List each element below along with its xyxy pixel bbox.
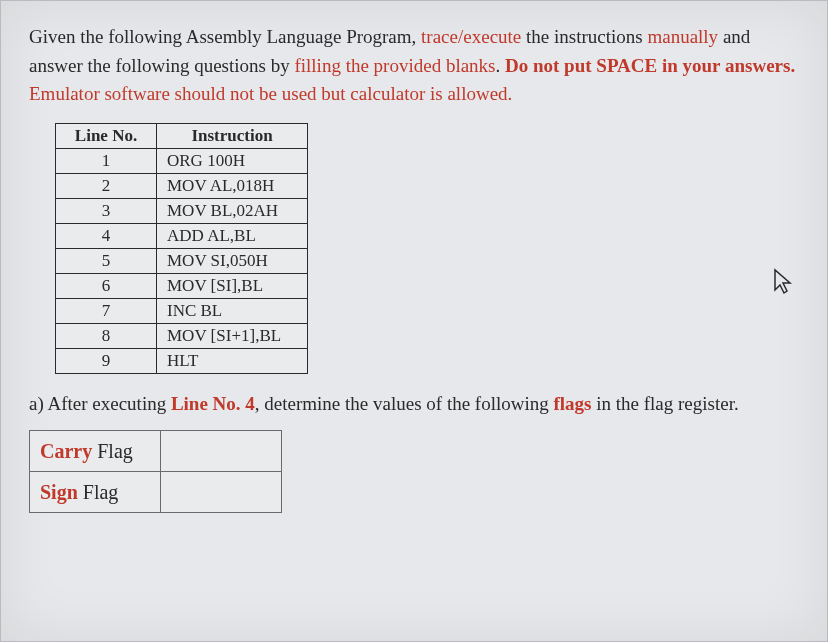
carry-flag-label: Carry Flag (30, 431, 161, 472)
intro-emph-filling: filling the provided blanks (294, 55, 495, 76)
table-row: 1ORG 100H (56, 148, 308, 173)
intro-paragraph: Given the following Assembly Language Pr… (29, 23, 799, 109)
instruction-table-wrap: Line No. Instruction 1ORG 100H 2MOV AL,0… (55, 123, 799, 374)
sign-flag-row: Sign Flag (30, 472, 282, 513)
instruction-cell: MOV SI,050H (157, 248, 308, 273)
table-row: 7INC BL (56, 298, 308, 323)
line-no: 5 (56, 248, 157, 273)
table-row: 3MOV BL,02AH (56, 198, 308, 223)
table-row: 4ADD AL,BL (56, 223, 308, 248)
instruction-table: Line No. Instruction 1ORG 100H 2MOV AL,0… (55, 123, 308, 374)
line-no: 6 (56, 273, 157, 298)
line-no: 4 (56, 223, 157, 248)
instruction-cell: MOV [SI],BL (157, 273, 308, 298)
intro-text: . (496, 55, 506, 76)
flags-table: Carry Flag Sign Flag (29, 430, 282, 513)
question-text: , determine the values of the following (255, 393, 554, 414)
line-no: 1 (56, 148, 157, 173)
instruction-cell: INC BL (157, 298, 308, 323)
question-text: a) After executing (29, 393, 171, 414)
line-no: 2 (56, 173, 157, 198)
question-text: in the flag register. (591, 393, 738, 414)
intro-emph-trace: trace/execute (421, 26, 521, 47)
question-emph-flags: flags (553, 393, 591, 414)
intro-emph-manually: manually (647, 26, 718, 47)
table-row: 9HLT (56, 348, 308, 373)
instruction-cell: MOV BL,02AH (157, 198, 308, 223)
intro-text: Given the following Assembly Language Pr… (29, 26, 421, 47)
intro-emph-emulator: Emulator software should not be used but… (29, 83, 512, 104)
line-no: 9 (56, 348, 157, 373)
header-instruction: Instruction (157, 123, 308, 148)
table-row: 2MOV AL,018H (56, 173, 308, 198)
line-no: 3 (56, 198, 157, 223)
instruction-cell: HLT (157, 348, 308, 373)
table-header-row: Line No. Instruction (56, 123, 308, 148)
carry-flag-row: Carry Flag (30, 431, 282, 472)
instruction-cell: ORG 100H (157, 148, 308, 173)
instruction-cell: MOV AL,018H (157, 173, 308, 198)
carry-em: Carry (40, 440, 92, 462)
sign-em: Sign (40, 481, 78, 503)
instruction-cell: ADD AL,BL (157, 223, 308, 248)
sign-flag-value[interactable] (161, 472, 282, 513)
table-row: 8MOV [SI+1],BL (56, 323, 308, 348)
table-row: 5MOV SI,050H (56, 248, 308, 273)
question-emph-line4: Line No. 4 (171, 393, 255, 414)
line-no: 8 (56, 323, 157, 348)
carry-flag-value[interactable] (161, 431, 282, 472)
sign-flag-label: Sign Flag (30, 472, 161, 513)
sign-rest: Flag (78, 481, 119, 503)
header-line-no: Line No. (56, 123, 157, 148)
intro-emph-nospace: Do not put SPACE in your answers. (505, 55, 795, 76)
instruction-cell: MOV [SI+1],BL (157, 323, 308, 348)
document-page: Given the following Assembly Language Pr… (0, 0, 828, 642)
line-no: 7 (56, 298, 157, 323)
carry-rest: Flag (92, 440, 133, 462)
intro-text: the instructions (521, 26, 647, 47)
table-row: 6MOV [SI],BL (56, 273, 308, 298)
question-a: a) After executing Line No. 4, determine… (29, 390, 799, 419)
